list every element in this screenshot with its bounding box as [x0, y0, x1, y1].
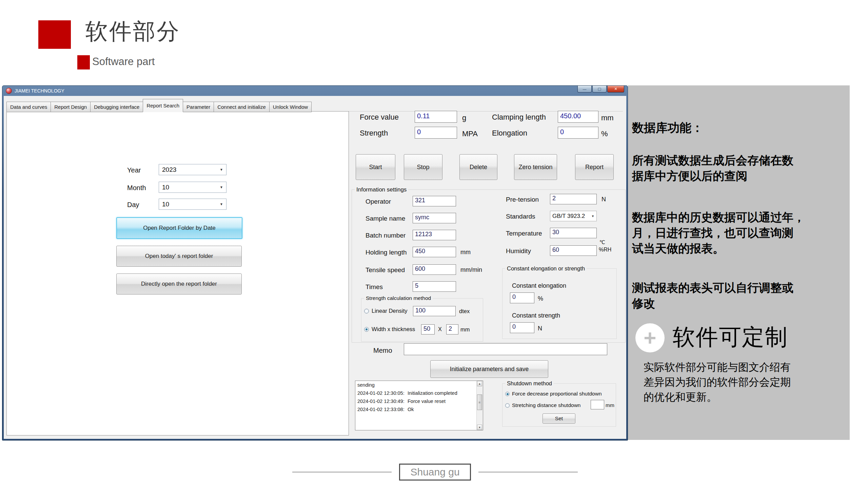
tab-unlock-window[interactable]: Unlock Window	[269, 102, 312, 112]
linear-density-field[interactable]: 100	[413, 306, 456, 316]
window-title: JIAMEI TECHNOLOGY	[15, 88, 64, 94]
linear-density-radio[interactable]	[364, 309, 369, 313]
scrollbar-thumb[interactable]: ≡	[477, 394, 482, 410]
clamping-length-field[interactable]: 450.00	[558, 111, 598, 123]
footer-line-left	[292, 472, 392, 472]
sidebar-note: 实际软件部分可能与图文介绍有 差异因为我们的软件部分会定期 的优化和更新。	[644, 360, 791, 405]
elongation-unit: %	[601, 129, 608, 138]
open-report-folder-by-date-button[interactable]: Open Report Folder by Date	[116, 217, 242, 239]
day-value: 10	[162, 201, 169, 208]
elongation-label: Elongation	[492, 129, 527, 138]
footer-line-right	[478, 472, 578, 472]
initialize-parameters-button[interactable]: Initialize parameters and save	[430, 360, 548, 378]
constant-strength-field[interactable]: 0	[510, 322, 534, 333]
force-value-field[interactable]: 0.11	[415, 111, 457, 123]
tab-parameter[interactable]: Parameter	[183, 102, 214, 112]
window-titlebar[interactable]: JIAMEI TECHNOLOGY — ▢ ✕	[2, 86, 628, 96]
open-todays-report-folder-button[interactable]: Open today' s report folder	[116, 246, 242, 267]
scroll-up-icon[interactable]: ▲	[477, 381, 482, 386]
log-line: 2024-01-02 12:33:08:Ok	[355, 405, 483, 413]
zero-tension-button[interactable]: Zero tension	[514, 154, 557, 180]
window-controls: — ▢ ✕	[577, 86, 624, 93]
shutdown-method-title: Shutdown method	[505, 380, 554, 387]
set-button[interactable]: Set	[542, 413, 575, 424]
constant-elongation-unit: %	[538, 295, 543, 302]
slide: 软件部分 Software part JIAMEI TECHNOLOGY — ▢…	[0, 0, 868, 488]
memo-field[interactable]	[404, 343, 607, 355]
tensile-speed-field[interactable]: 600	[413, 264, 456, 275]
tabstrip: Data and curves Report Design Debugging …	[6, 99, 311, 112]
month-select[interactable]: 10 ▼	[159, 182, 226, 193]
log-time: 2024-01-02 12:30:49:	[357, 398, 408, 405]
operator-field[interactable]: 321	[413, 196, 456, 206]
force-decrease-label: Force decrease proportional shutdown	[512, 391, 602, 397]
humidity-unit: %RH	[599, 247, 611, 253]
tab-data-and-curves[interactable]: Data and curves	[6, 102, 51, 112]
width-thickness-label: Width x thickness	[372, 326, 415, 332]
batch-number-label: Batch number	[366, 232, 406, 239]
tab-debugging-interface[interactable]: Debugging interface	[90, 102, 143, 112]
stop-button[interactable]: Stop	[404, 154, 442, 180]
thickness-field[interactable]: 2	[446, 324, 458, 334]
tab-report-search[interactable]: Report Search	[143, 99, 183, 112]
year-label: Year	[127, 166, 141, 174]
holding-length-field[interactable]: 450	[413, 247, 456, 257]
sample-name-label: Sample name	[366, 215, 405, 222]
log-output[interactable]: sending 2024-01-02 12:30:05:Initializati…	[355, 381, 483, 430]
pre-tension-field[interactable]: 2	[550, 194, 597, 204]
force-decrease-radio[interactable]	[505, 392, 510, 396]
width-thickness-radio[interactable]	[364, 327, 369, 332]
app-window: JIAMEI TECHNOLOGY — ▢ ✕ Data and curves …	[2, 85, 628, 441]
constant-group-title: Constant elongation or strength	[505, 265, 587, 272]
scroll-down-icon[interactable]: ▼	[477, 425, 482, 430]
tensile-speed-unit: mm/min	[460, 266, 482, 273]
strength-field[interactable]: 0	[415, 127, 457, 139]
day-label: Day	[127, 201, 139, 209]
chevron-down-icon: ▼	[220, 202, 223, 206]
report-search-panel: Year 2023 ▼ Month 10 ▼ Day 10 ▼ Open Rep…	[6, 111, 349, 435]
log-message: Force value reset	[408, 399, 446, 404]
times-field[interactable]: 5	[413, 281, 456, 292]
tab-report-design[interactable]: Report Design	[51, 102, 91, 112]
log-line: sending	[355, 381, 483, 389]
minimize-icon: —	[583, 87, 587, 91]
directly-open-report-folder-button[interactable]: Directly open the report folder	[116, 273, 242, 294]
standards-select[interactable]: GB/T 3923.2 ▼	[550, 211, 597, 221]
information-settings-title: Information settings	[355, 186, 408, 193]
stretching-distance-radio[interactable]	[505, 403, 510, 408]
chevron-down-icon: ▼	[591, 215, 594, 218]
constant-strength-label: Constant strength	[512, 312, 560, 319]
log-line: 2024-01-02 12:30:49:Force value reset	[355, 397, 483, 405]
clamping-length-unit: mm	[601, 114, 614, 122]
year-select[interactable]: 2023 ▼	[159, 164, 226, 175]
humidity-field[interactable]: 60	[550, 245, 597, 256]
footer-label: Shuang gu	[399, 464, 471, 481]
sidebar-paragraph-1: 所有测试数据生成后会存储在数 据库中方便以后的查阅	[632, 152, 793, 184]
stretching-distance-field[interactable]	[591, 400, 604, 409]
minimize-button[interactable]: —	[577, 86, 592, 93]
elongation-field[interactable]: 0	[558, 127, 598, 139]
constant-elongation-field[interactable]: 0	[510, 292, 534, 303]
standards-label: Standards	[506, 213, 535, 220]
tab-connect-and-initialize[interactable]: Connect and initialize	[214, 102, 270, 112]
strength-calculation-title: Strength calculation method	[364, 295, 433, 301]
clamping-length-label: Clamping length	[492, 113, 546, 122]
delete-button[interactable]: Delete	[459, 154, 497, 180]
width-field[interactable]: 50	[421, 324, 435, 334]
maximize-icon: ▢	[598, 87, 601, 91]
start-button[interactable]: Start	[356, 154, 395, 180]
humidity-label: Humidity	[506, 247, 531, 255]
batch-number-field[interactable]: 12123	[413, 230, 456, 240]
sidebar: 数据库功能： 所有测试数据生成后会存储在数 据库中方便以后的查阅 数据库中的历史…	[628, 85, 850, 440]
temperature-field[interactable]: 30	[550, 228, 597, 238]
constant-group: Constant elongation or strength Constant…	[502, 268, 617, 339]
sidebar-highlight: 软件可定制	[673, 322, 788, 352]
log-scrollbar[interactable]: ▲ ≡ ▼	[476, 381, 483, 430]
pre-tension-unit: N	[601, 196, 606, 203]
close-button[interactable]: ✕	[607, 86, 624, 93]
day-select[interactable]: 10 ▼	[159, 199, 226, 210]
report-button[interactable]: Report	[575, 154, 614, 180]
maximize-button[interactable]: ▢	[592, 86, 607, 93]
year-value: 2023	[162, 166, 176, 174]
sample-name-field[interactable]: symc	[413, 213, 456, 223]
